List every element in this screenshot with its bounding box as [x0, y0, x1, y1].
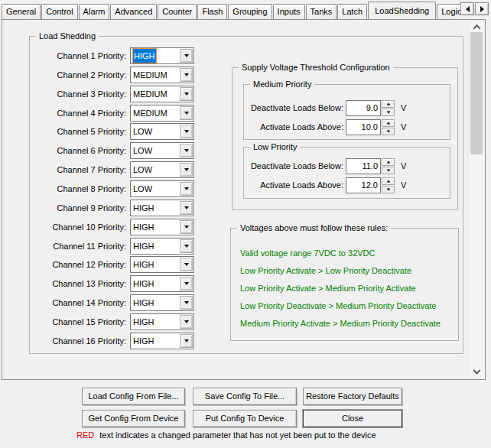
tab-control[interactable]: Control [41, 4, 77, 19]
chevron-down-icon[interactable] [180, 125, 193, 138]
channel-10-priority-select[interactable]: HIGH [130, 219, 194, 235]
chevron-down-icon[interactable] [180, 239, 193, 253]
down-triangle-icon [184, 130, 189, 133]
chevron-down-icon[interactable] [180, 296, 193, 310]
chevron-down-icon[interactable] [180, 334, 193, 348]
combo-selected-value: LOW [133, 182, 152, 196]
channel-1-priority-select[interactable]: HIGH [130, 47, 194, 64]
medium-priority-deactivate-loads-below-input[interactable]: 9.0 [346, 100, 381, 116]
combo-selected-value: HIGH [133, 201, 154, 215]
channel-priority-label: Channel 6 Priority: [30, 142, 126, 159]
load-config-from-file-button[interactable]: Load Config From File... [82, 388, 185, 405]
chevron-down-icon[interactable] [180, 315, 193, 329]
low-priority-deactivate-loads-below-input[interactable]: 11.0 [346, 158, 381, 174]
rule-text: Low Priority Activate > Low Priority Dea… [240, 265, 411, 277]
chevron-down-icon[interactable] [180, 49, 193, 63]
tab-logic[interactable]: Logic [437, 4, 460, 19]
channel-priority-label: Channel 12 Priority: [30, 256, 126, 273]
tab-inputs[interactable]: Inputs [273, 4, 305, 19]
tab-scroll-left-button[interactable] [460, 2, 474, 15]
tab-advanced[interactable]: Advanced [110, 4, 157, 19]
chevron-down-icon[interactable] [180, 220, 193, 234]
down-triangle-icon [184, 320, 189, 323]
group-title: Voltages above must follow these rules: [237, 222, 391, 233]
chevron-down-icon[interactable] [180, 87, 193, 101]
channel-6-priority-select[interactable]: LOW [130, 142, 194, 159]
voltage-unit-label: V [401, 158, 406, 174]
save-config-to-file-button[interactable]: Save Config To File... [193, 388, 297, 405]
channel-9-priority-select[interactable]: HIGH [130, 200, 194, 216]
tab-general[interactable]: General [2, 4, 41, 19]
channel-14-priority-select[interactable]: HIGH [130, 294, 194, 311]
channel-15-priority-select[interactable]: HIGH [130, 313, 194, 330]
chevron-down-icon[interactable] [180, 144, 193, 157]
channel-13-priority-select[interactable]: HIGH [130, 275, 194, 292]
tab-grouping[interactable]: Grouping [228, 4, 272, 19]
medium-priority-box: Medium Priority Deactivate Loads Below:9… [243, 84, 450, 140]
low-priority-box: Low Priority Deactivate Loads Below:11.0… [243, 147, 450, 199]
footer-note: REDtext indicates a changed parameter th… [76, 430, 376, 440]
spin-down-button[interactable] [382, 186, 395, 193]
tab-page-panel: Load Shedding Channel 1 Priority:HIGHCha… [2, 19, 486, 380]
tab-alarm[interactable]: Alarm [79, 4, 110, 19]
tab-loadshedding[interactable]: LoadShedding [368, 2, 436, 19]
group-title: Supply Voltage Threshold Configuration [239, 62, 393, 73]
low-priority-activate-loads-above-input[interactable]: 12.0 [346, 177, 381, 193]
spin-up-button[interactable] [382, 177, 395, 185]
chevron-down-icon[interactable] [180, 258, 193, 271]
channel-priority-label: Channel 1 Priority: [30, 47, 126, 64]
channel-2-priority-select[interactable]: MEDIUM [130, 67, 194, 83]
channel-priority-label: Channel 16 Priority: [30, 333, 126, 349]
up-triangle-icon [386, 180, 390, 182]
tab-scroll-right-button[interactable] [475, 2, 489, 15]
channel-16-priority-select[interactable]: HIGH [130, 333, 194, 349]
chevron-down-icon[interactable] [180, 277, 193, 291]
channel-5-priority-select[interactable]: LOW [130, 123, 194, 140]
down-triangle-icon [386, 111, 390, 113]
tab-flash[interactable]: Flash [197, 4, 227, 19]
spinner-control [382, 100, 395, 116]
spin-down-button[interactable] [382, 167, 395, 174]
channel-11-priority-select[interactable]: HIGH [130, 238, 194, 255]
spin-up-button[interactable] [382, 158, 395, 166]
spin-up-button[interactable] [382, 100, 395, 108]
scroll-down-button[interactable] [469, 366, 484, 378]
put-config-to-device-button[interactable]: Put Config To Device [193, 410, 297, 427]
down-triangle-icon [184, 226, 189, 229]
medium-priority-activate-loads-above-input[interactable]: 10.0 [346, 119, 381, 135]
tab-counter[interactable]: Counter [158, 4, 197, 19]
chevron-down-icon[interactable] [180, 182, 193, 196]
up-triangle-icon [386, 102, 390, 105]
voltage-field-label: Activate Loads Above: [244, 177, 343, 193]
get-config-from-device-button[interactable]: Get Config From Device [82, 410, 185, 427]
channel-7-priority-select[interactable]: LOW [130, 161, 194, 178]
scrollbar-thumb[interactable] [470, 32, 483, 154]
combo-selected-value: HIGH [133, 277, 154, 291]
voltage-field-row: Deactivate Loads Below:11.0V [244, 158, 450, 174]
tab-scroll-arrows [460, 2, 489, 15]
chevron-down-icon[interactable] [180, 201, 193, 215]
channel-3-priority-select[interactable]: MEDIUM [130, 86, 194, 102]
combo-selected-value: HIGH [133, 258, 154, 271]
channel-8-priority-select[interactable]: LOW [130, 180, 194, 197]
down-triangle-icon [184, 93, 189, 96]
tab-tanks[interactable]: Tanks [306, 4, 337, 19]
chevron-down-icon[interactable] [180, 106, 193, 120]
spin-up-button[interactable] [382, 119, 395, 127]
spin-down-button[interactable] [382, 109, 395, 116]
channel-4-priority-select[interactable]: MEDIUM [130, 105, 194, 122]
scroll-up-button[interactable] [469, 21, 484, 33]
chevron-down-icon[interactable] [180, 68, 193, 82]
down-triangle-icon [184, 149, 189, 152]
left-arrow-icon [466, 6, 470, 12]
tab-latch[interactable]: Latch [337, 4, 367, 19]
close-button[interactable]: Close [303, 410, 402, 427]
channel-12-priority-select[interactable]: HIGH [130, 256, 194, 273]
chevron-down-icon[interactable] [180, 163, 193, 177]
restore-factory-defaults-button[interactable]: Restore Factory Defaults [303, 388, 402, 405]
chevron-down-icon [473, 366, 480, 374]
vertical-scrollbar[interactable] [468, 21, 484, 378]
voltage-field-row: Deactivate Loads Below:9.0V [244, 100, 450, 116]
spin-down-button[interactable] [382, 128, 395, 135]
combo-selected-value: MEDIUM [133, 87, 167, 101]
